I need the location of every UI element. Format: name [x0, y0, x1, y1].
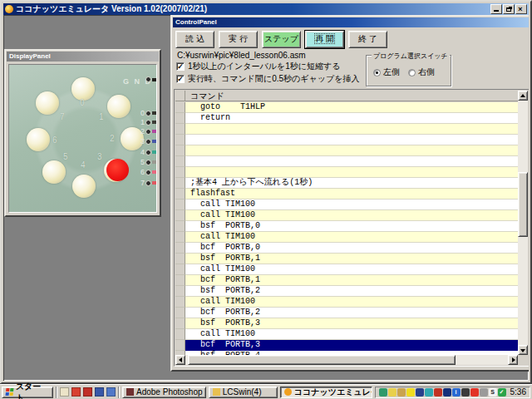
command-button[interactable]: 読 込 — [175, 31, 214, 48]
quick-launch-icon[interactable] — [83, 387, 92, 397]
listing-row[interactable]: call TIM100 — [175, 200, 518, 210]
listing-row[interactable]: call TIM100 — [175, 264, 518, 275]
listing-row[interactable]: bcf PORTB,2 — [175, 308, 518, 318]
row-header-cell — [175, 145, 185, 156]
pin-wire — [152, 111, 156, 115]
pin-connector-icon — [145, 139, 151, 145]
listing-row[interactable] — [175, 135, 518, 145]
close-button[interactable]: × — [515, 4, 527, 14]
radio-icon[interactable] — [408, 69, 416, 76]
command-button[interactable]: 終 了 — [348, 31, 387, 48]
row-command-text: call TIM100 — [185, 329, 518, 340]
horizontal-scrollbar[interactable] — [175, 355, 518, 365]
start-button[interactable]: スタート — [2, 387, 53, 398]
restore-button[interactable] — [503, 4, 515, 14]
radio-icon[interactable] — [373, 69, 381, 76]
listing-row[interactable]: bsf PORTB,2 — [175, 286, 518, 297]
quick-launch-bar — [60, 387, 116, 397]
row-header-cell — [175, 200, 185, 210]
app-icon — [5, 5, 13, 13]
radio-option[interactable]: 左側 — [373, 66, 400, 78]
listing-row[interactable] — [175, 145, 518, 156]
quick-launch-icon[interactable] — [95, 387, 104, 397]
row-header-cell — [175, 178, 185, 189]
checkbox-interval[interactable]: ✓ 1秒以上のインターバルを1秒に短縮する — [176, 61, 340, 72]
emulator-icon — [284, 388, 292, 396]
listing-row[interactable]: return — [175, 113, 518, 124]
listing-row[interactable]: flashfast — [175, 189, 518, 200]
row-header-cell — [175, 308, 185, 318]
listing-row[interactable] — [175, 124, 518, 135]
row-header-cell — [175, 232, 185, 243]
listing-row[interactable]: call TIM100 — [175, 210, 518, 221]
row-header-cell — [175, 297, 185, 308]
vertical-scroll-thumb[interactable] — [518, 172, 528, 237]
command-listing-grid: コマンド goto T1HLP return — [174, 89, 529, 367]
main-titlebar[interactable]: ココナッツエミュレータ Version 1.02(2007/02/21) × — [3, 3, 529, 15]
row-command-text: bsf PORTB,2 — [185, 286, 518, 297]
tray-icon[interactable]: ✓ — [498, 388, 506, 397]
scroll-left-button[interactable] — [175, 355, 185, 365]
tray-icon[interactable] — [461, 388, 470, 397]
led-bulb-icon — [107, 95, 131, 118]
tray-icon[interactable] — [406, 388, 415, 397]
row-command-text: bcf PORTB,3 — [185, 340, 518, 351]
radio-option[interactable]: 右側 — [408, 66, 435, 78]
listing-row[interactable]: call TIM100 — [175, 329, 518, 340]
tray-icon[interactable] — [480, 388, 488, 397]
listing-row[interactable]: bsf PORTB,0 — [175, 221, 518, 232]
tray-icon[interactable] — [416, 388, 424, 397]
minimize-button[interactable] — [490, 4, 502, 14]
checkbox-icon[interactable]: ✓ — [176, 75, 185, 83]
tray-icon[interactable]: S — [489, 388, 497, 397]
listing-row[interactable] — [175, 167, 518, 178]
listing-rows: goto T1HLP return — [175, 102, 518, 355]
tray-icon[interactable] — [425, 388, 433, 397]
command-button[interactable]: ステップ — [262, 31, 301, 48]
tray-icon[interactable] — [388, 388, 397, 397]
listing-row[interactable]: ;基本4 上から下へ流れる(1秒) — [175, 178, 518, 189]
tray-icon[interactable] — [397, 388, 406, 397]
quick-launch-icon[interactable] — [106, 387, 116, 397]
listing-row[interactable]: bcf PORTB,3 — [175, 340, 518, 351]
tray-icon[interactable] — [379, 388, 387, 397]
row-header-cell — [175, 275, 185, 286]
scroll-down-button[interactable] — [518, 345, 528, 355]
command-button[interactable]: 実 行 — [219, 31, 258, 48]
vertical-scrollbar[interactable] — [518, 91, 528, 355]
listing-row[interactable]: bcf PORTB,1 — [175, 275, 518, 286]
tray-icon[interactable] — [434, 388, 442, 397]
scroll-up-button[interactable] — [518, 91, 528, 101]
horizontal-scroll-thumb[interactable] — [188, 355, 456, 365]
listing-row[interactable]: call TIM100 — [175, 297, 518, 308]
listing-row[interactable]: bsf PORTB,3 — [175, 318, 518, 329]
row-header-cell — [175, 221, 185, 232]
listing-row[interactable]: bsf PORTB,1 — [175, 254, 518, 264]
checkbox-icon[interactable]: ✓ — [176, 62, 185, 71]
checkbox-gap[interactable]: ✓ 実行時、コマンド間に0.5秒のギャップを挿入 — [176, 73, 359, 85]
listing-row[interactable]: goto T1HLP — [175, 102, 518, 113]
listing-row[interactable]: bcf PORTB,0 — [175, 243, 518, 254]
radio-label: 左側 — [383, 66, 400, 78]
radio-label: 右側 — [418, 66, 435, 78]
listing-row[interactable]: call TIM100 — [175, 232, 518, 243]
led: 5 — [42, 160, 66, 184]
tray-icon[interactable]: i — [452, 388, 461, 397]
taskbar-clock: 5:36 — [510, 387, 526, 397]
row-command-text: call TIM100 — [185, 264, 518, 275]
task-button-lcswin[interactable]: LCSwin(4) — [209, 387, 278, 398]
taskbar-separator — [56, 387, 57, 398]
quick-launch-icon[interactable] — [71, 387, 81, 397]
task-button-photoshop[interactable]: Adobe Photoshop — [122, 387, 206, 398]
listing-row[interactable] — [175, 156, 518, 167]
display-panel-titlebar[interactable]: DisplayPanel — [7, 52, 159, 62]
control-panel-titlebar[interactable]: ControlPanel — [173, 17, 529, 27]
task-button-emulator[interactable]: ココナッツエミュレータ V... — [280, 387, 372, 398]
pin-wire — [152, 140, 156, 143]
tray-icon[interactable] — [443, 388, 451, 397]
scroll-right-button[interactable] — [508, 355, 518, 365]
command-button[interactable]: 再 開 — [305, 31, 344, 48]
quick-launch-icon[interactable] — [60, 387, 69, 397]
tray-icon[interactable] — [470, 388, 479, 397]
program-switch-groupbox: プログラム選択スイッチ 左側 右側 — [366, 55, 451, 86]
